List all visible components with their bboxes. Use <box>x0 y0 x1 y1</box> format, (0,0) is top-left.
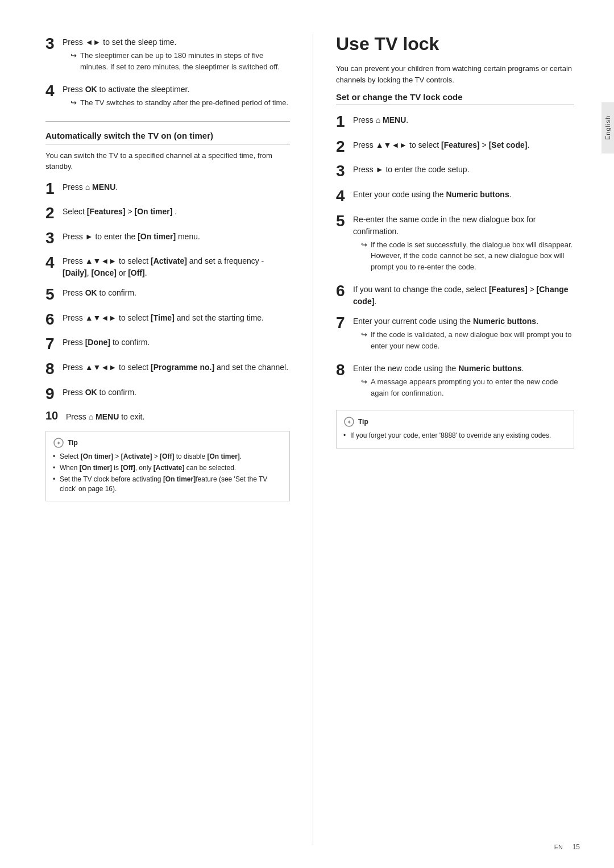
step-number-4: 4 <box>45 81 59 101</box>
right-step-3: 3 Press ► to enter the code setup. <box>336 161 574 181</box>
arrow-icon-r8: ↪ <box>361 376 367 388</box>
right-step-3-content: Press ► to enter the code setup. <box>353 161 574 176</box>
auto-step-8-content: Press ▲▼◄► to select [Programme no.] and… <box>63 359 290 373</box>
arrow-icon-3: ↪ <box>70 50 77 61</box>
auto-step-2-content: Select [Features] > [On timer] . <box>63 203 290 218</box>
svg-text:✦: ✦ <box>347 419 351 425</box>
step-3-subnote: ↪ The sleeptimer can be up to 180 minute… <box>70 50 290 72</box>
side-tab: English <box>601 102 614 153</box>
step-3-subnote-text: The sleeptimer can be up to 180 minutes … <box>80 50 290 72</box>
auto-step-6-content: Press ▲▼◄► to select [Time] and set the … <box>63 310 290 324</box>
right-step-1: 1 Press ⌂ MENU. <box>336 112 574 131</box>
auto-step-number-8: 8 <box>45 359 59 379</box>
arrow-icon-r5: ↪ <box>361 239 367 251</box>
right-tip-box: ✦ Tip If you forget your code, enter '88… <box>336 410 574 448</box>
main-content: 3 Press ◄► to set the sleep time. ↪ The … <box>0 0 603 868</box>
page-title: Use TV lock <box>336 34 574 54</box>
right-step-number-3: 3 <box>336 161 350 181</box>
right-step-5-subnote-text: If the code is set successfully, the dia… <box>371 239 574 273</box>
auto-step-number-2: 2 <box>45 203 59 223</box>
auto-step-10-content: Press ⌂ MENU to exit. <box>66 409 290 423</box>
auto-step-6: 6 Press ▲▼◄► to select [Time] and set th… <box>45 310 290 329</box>
auto-step-8: 8 Press ▲▼◄► to select [Programme no.] a… <box>45 359 290 379</box>
side-tab-text: English <box>604 115 611 140</box>
right-step-number-1: 1 <box>336 112 350 131</box>
step-4-cont: 4 Press OK to activate the sleeptimer. ↪… <box>45 81 290 112</box>
right-step-2-content: Press ▲▼◄► to select [Features] > [Set c… <box>353 137 574 151</box>
step-4-subnote-text: The TV switches to standby after the pre… <box>80 97 288 109</box>
right-step-5: 5 Re-enter the same code in the new dial… <box>336 211 574 276</box>
right-step-number-5: 5 <box>336 211 350 231</box>
left-tip-header: ✦ Tip <box>53 437 283 448</box>
right-step-6: 6 If you want to change the code, select… <box>336 281 574 308</box>
left-tip-item-1: Select [On timer] > [Activate] > [Off] t… <box>53 452 283 462</box>
right-step-2: 2 Press ▲▼◄► to select [Features] > [Set… <box>336 137 574 156</box>
auto-step-3-content: Press ► to enter the [On timer] menu. <box>63 229 290 243</box>
left-tip-item-3: Set the TV clock before activating [On t… <box>53 475 283 494</box>
auto-step-number-7: 7 <box>45 334 59 354</box>
right-section-heading: Set or change the TV lock code <box>336 92 574 105</box>
right-step-number-7: 7 <box>336 313 350 333</box>
step-4-subnote: ↪ The TV switches to standby after the p… <box>70 97 290 109</box>
tip-icon-right: ✦ <box>343 416 355 427</box>
right-step-6-content: If you want to change the code, select [… <box>353 281 574 308</box>
tip-icon-left: ✦ <box>53 437 64 448</box>
right-step-number-4: 4 <box>336 186 350 206</box>
right-step-8-subnote: ↪ A message appears prompting you to ent… <box>361 376 574 398</box>
page-num-value: 15 <box>572 843 580 851</box>
auto-switch-heading: Automatically switch the TV on (on timer… <box>45 131 290 144</box>
step-3-cont: 3 Press ◄► to set the sleep time. ↪ The … <box>45 34 290 76</box>
step-number-3: 3 <box>45 34 59 53</box>
auto-step-5: 5 Press OK to confirm. <box>45 285 290 304</box>
page-container: English 3 Press ◄► to set the sleep time… <box>0 0 614 868</box>
auto-step-7: 7 Press [Done] to confirm. <box>45 334 290 354</box>
auto-step-number-3: 3 <box>45 229 59 248</box>
auto-step-number-4: 4 <box>45 253 59 272</box>
left-tip-label: Tip <box>68 438 78 448</box>
auto-step-5-content: Press OK to confirm. <box>63 285 290 299</box>
step-4-content: Press OK to activate the sleeptimer. ↪ T… <box>63 81 290 112</box>
auto-step-10: 10 Press ⌂ MENU to exit. <box>45 409 290 423</box>
right-step-number-2: 2 <box>336 137 350 156</box>
auto-step-number-5: 5 <box>45 285 59 304</box>
auto-step-number-6: 6 <box>45 310 59 329</box>
auto-step-1: 1 Press ⌂ MENU. <box>45 179 290 198</box>
en-label: EN <box>554 844 563 850</box>
arrow-icon-r7: ↪ <box>361 329 367 340</box>
right-step-4: 4 Enter your code using the Numeric butt… <box>336 186 574 206</box>
auto-step-number-10: 10 <box>45 409 63 422</box>
right-step-7-content: Enter your current code using the Numeri… <box>353 313 574 355</box>
right-step-7: 7 Enter your current code using the Nume… <box>336 313 574 355</box>
auto-switch-intro: You can switch the TV to a specified cha… <box>45 150 290 172</box>
right-column: Use TV lock You can prevent your childre… <box>313 34 574 845</box>
right-tip-label: Tip <box>358 417 368 427</box>
svg-text:✦: ✦ <box>56 440 61 446</box>
left-tip-box: ✦ Tip Select [On timer] > [Activate] > [… <box>45 431 290 501</box>
right-step-8-content: Enter the new code using the Numeric but… <box>353 360 574 402</box>
right-tip-header: ✦ Tip <box>343 416 567 427</box>
step-3-content: Press ◄► to set the sleep time. ↪ The sl… <box>63 34 290 76</box>
page-number: EN 15 <box>554 843 580 851</box>
left-column: 3 Press ◄► to set the sleep time. ↪ The … <box>45 34 290 845</box>
auto-step-number-9: 9 <box>45 384 59 404</box>
right-step-1-content: Press ⌂ MENU. <box>353 112 574 126</box>
right-step-7-subnote-text: If the code is validated, a new dialogue… <box>371 329 574 351</box>
divider-1 <box>45 121 290 122</box>
arrow-icon-4: ↪ <box>70 97 77 109</box>
left-tip-list: Select [On timer] > [Activate] > [Off] t… <box>53 452 283 493</box>
auto-step-2: 2 Select [Features] > [On timer] . <box>45 203 290 223</box>
right-step-4-content: Enter your code using the Numeric button… <box>353 186 574 201</box>
right-tip-list: If you forget your code, enter '8888' to… <box>343 431 567 441</box>
left-tip-item-2: When [On timer] is [Off], only [Activate… <box>53 463 283 473</box>
right-step-8: 8 Enter the new code using the Numeric b… <box>336 360 574 402</box>
right-step-number-8: 8 <box>336 360 350 380</box>
right-step-5-subnote: ↪ If the code is set successfully, the d… <box>361 239 574 273</box>
right-step-5-content: Re-enter the same code in the new dialog… <box>353 211 574 276</box>
auto-step-3: 3 Press ► to enter the [On timer] menu. <box>45 229 290 248</box>
auto-step-7-content: Press [Done] to confirm. <box>63 334 290 348</box>
auto-step-9: 9 Press OK to confirm. <box>45 384 290 404</box>
right-step-8-subnote-text: A message appears prompting you to enter… <box>371 376 574 398</box>
auto-step-number-1: 1 <box>45 179 59 198</box>
auto-step-4: 4 Press ▲▼◄► to select [Activate] and se… <box>45 253 290 279</box>
right-step-7-subnote: ↪ If the code is validated, a new dialog… <box>361 329 574 351</box>
